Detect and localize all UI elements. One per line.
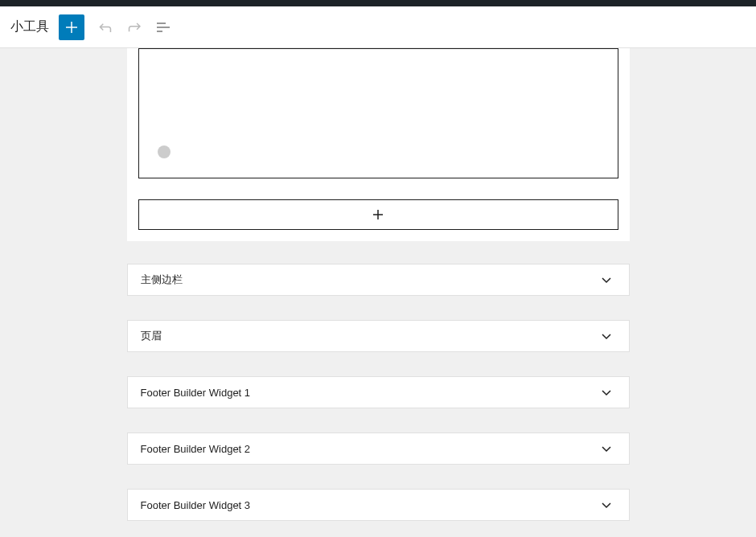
widget-content-block[interactable]	[138, 48, 618, 178]
widget-area-title: Footer Builder Widget 1	[141, 387, 251, 399]
widget-area-footer-3[interactable]: Footer Builder Widget 3	[127, 489, 630, 521]
editor-toolbar: 小工具	[0, 6, 756, 48]
add-block-button[interactable]	[59, 14, 84, 40]
chevron-down-icon	[597, 495, 616, 514]
widget-area-list: 主侧边栏 页眉 Footer Builder Widget 1	[127, 264, 630, 521]
chevron-down-icon	[597, 270, 616, 289]
widget-area-title: Footer Builder Widget 3	[141, 499, 251, 511]
open-widget-area-panel	[127, 48, 630, 241]
widget-area-title: Footer Builder Widget 2	[141, 443, 251, 455]
redo-button[interactable]	[120, 13, 149, 42]
plus-icon	[62, 18, 81, 37]
audio-placeholder-icon	[158, 146, 171, 158]
widget-area-main-sidebar[interactable]: 主侧边栏	[127, 264, 630, 296]
widget-area-footer-1[interactable]: Footer Builder Widget 1	[127, 376, 630, 408]
chevron-down-icon	[597, 439, 616, 458]
widget-area-title: 主侧边栏	[141, 273, 183, 287]
widget-area-header[interactable]: 页眉	[127, 320, 630, 352]
page-title: 小工具	[10, 18, 49, 35]
widget-area-title: 页眉	[141, 329, 162, 343]
plus-icon	[368, 205, 388, 224]
undo-button[interactable]	[91, 13, 120, 42]
document-overview-button[interactable]	[149, 13, 178, 42]
chevron-down-icon	[597, 383, 616, 402]
content-area: 主侧边栏 页眉 Footer Builder Widget 1	[0, 48, 756, 537]
undo-icon	[96, 18, 115, 37]
list-view-icon	[154, 18, 173, 37]
add-block-appender[interactable]	[138, 199, 618, 230]
redo-icon	[125, 18, 144, 37]
admin-top-bar	[0, 0, 756, 6]
widget-area-footer-2[interactable]: Footer Builder Widget 2	[127, 432, 630, 465]
chevron-down-icon	[597, 326, 616, 346]
